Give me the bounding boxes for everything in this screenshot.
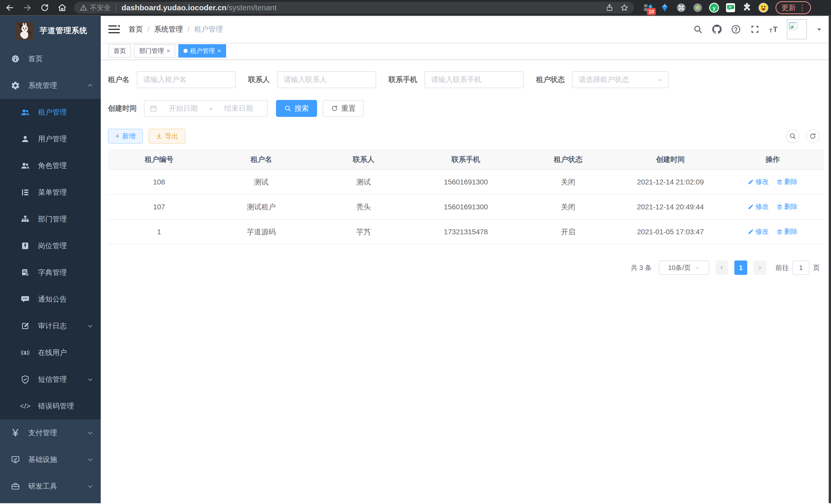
sidebar-item-menu[interactable]: 菜单管理 xyxy=(0,179,101,206)
page-1-button[interactable]: 1 xyxy=(735,261,747,275)
ext-command-icon[interactable] xyxy=(676,2,687,13)
chevron-up-icon xyxy=(87,82,93,89)
tab-home[interactable]: 首页 xyxy=(109,44,131,58)
gear-icon xyxy=(10,81,21,90)
export-button[interactable]: 导出 xyxy=(148,129,185,144)
fullscreen-icon[interactable] xyxy=(750,24,760,34)
header-search-icon[interactable] xyxy=(693,24,703,34)
edit-button[interactable]: 修改 xyxy=(748,177,769,186)
refresh-icon xyxy=(331,105,338,112)
hamburger-icon[interactable] xyxy=(109,24,120,34)
edit-icon xyxy=(748,204,754,210)
tags-view: 首页 部门管理 × 租户管理 × xyxy=(101,42,831,60)
ext-chat-icon[interactable] xyxy=(725,2,736,13)
help-icon[interactable] xyxy=(731,24,741,34)
edit-button[interactable]: 修改 xyxy=(748,202,769,211)
ext-yuque-icon[interactable]: y xyxy=(709,2,719,13)
tab-dept[interactable]: 部门管理 × xyxy=(134,44,175,58)
page-suffix: 页 xyxy=(813,263,820,272)
sidebar-item-infrastructure[interactable]: 基础设施 xyxy=(0,446,101,473)
filter-row-2: 创建时间 开始日期 - 结束日期 搜索 重置 xyxy=(108,100,824,117)
status-text: 关闭 xyxy=(517,170,619,195)
browser-home-icon[interactable] xyxy=(57,3,67,13)
ext-blocks-icon[interactable]: 10 xyxy=(643,2,654,13)
next-page-button[interactable] xyxy=(753,261,766,275)
table-row: 1 芋道源码 芋艿 17321315478 开启 2021-01-05 17:0… xyxy=(108,219,824,244)
create-time-label: 创建时间 xyxy=(108,103,137,113)
chevron-down-icon xyxy=(87,456,93,463)
tab-tenant[interactable]: 租户管理 × xyxy=(178,44,226,58)
close-icon[interactable]: × xyxy=(218,47,221,55)
col-actions: 操作 xyxy=(721,149,824,170)
profile-avatar-icon[interactable] xyxy=(758,2,769,13)
sidebar-item-system[interactable]: 系统管理 xyxy=(0,72,101,99)
sidebar-item-post[interactable]: 岗位管理 xyxy=(0,233,101,259)
security-chip[interactable]: 不安全 xyxy=(90,3,111,12)
reset-button[interactable]: 重置 xyxy=(323,100,364,117)
delete-button[interactable]: 删除 xyxy=(776,227,798,236)
toggle-search-button[interactable] xyxy=(786,129,800,143)
delete-button[interactable]: 删除 xyxy=(776,202,798,211)
sidebar-item-error-code[interactable]: </> 错误码管理 xyxy=(0,393,101,419)
app-logo[interactable]: 芋道管理系统 xyxy=(0,16,101,46)
prev-page-button[interactable] xyxy=(715,261,728,275)
col-phone: 联系手机 xyxy=(415,149,517,170)
delete-button[interactable]: 删除 xyxy=(776,177,798,186)
browser-reload-icon[interactable] xyxy=(39,3,50,13)
sidebar-item-dev-tools[interactable]: 研发工具 xyxy=(0,473,101,500)
browser-forward-icon[interactable] xyxy=(22,3,32,13)
breadcrumb-home[interactable]: 首页 xyxy=(128,24,143,34)
refresh-table-button[interactable] xyxy=(806,129,820,143)
url-bar[interactable]: 不安全 dashboard.yudao.iocoder.cn/system/te… xyxy=(74,2,634,13)
ext-record-dot-icon[interactable] xyxy=(692,2,703,13)
avatar-caret-icon[interactable] xyxy=(816,26,822,32)
tenant-name-input[interactable] xyxy=(137,71,236,88)
sidebar-item-audit-log[interactable]: 审计日志 xyxy=(0,313,101,339)
refresh-icon xyxy=(809,132,816,140)
font-size-icon[interactable]: TT xyxy=(769,25,778,33)
status-select[interactable]: 请选择租户状态 xyxy=(572,71,668,88)
bookmark-star-icon[interactable] xyxy=(620,4,629,12)
avatar[interactable] xyxy=(787,19,807,39)
kebab-menu-icon[interactable]: ⋮ xyxy=(798,3,806,12)
sidebar-item-tenant[interactable]: 租户管理 xyxy=(0,99,101,126)
calendar-icon xyxy=(149,105,158,112)
tenant-table: 租户编号 租户名 联系人 联系手机 租户状态 创建时间 操作 108 测试 测试 xyxy=(108,149,824,244)
breadcrumb-system[interactable]: 系统管理 xyxy=(154,24,183,34)
phone-input[interactable] xyxy=(425,71,524,88)
sidebar-item-user[interactable]: 用户管理 xyxy=(0,126,101,152)
date-range-picker[interactable]: 开始日期 - 结束日期 xyxy=(144,100,268,117)
sidebar-menu: 首页 系统管理 租户管理 xyxy=(0,46,101,500)
share-icon[interactable] xyxy=(605,4,613,12)
extensions-puzzle-icon[interactable] xyxy=(742,2,752,13)
sidebar-item-payment[interactable]: ¥ 支付管理 xyxy=(0,419,101,446)
goto-page-input[interactable] xyxy=(793,261,809,275)
github-icon[interactable] xyxy=(712,24,722,34)
sidebar: 芋道管理系统 首页 系统管理 xyxy=(0,16,101,503)
search-button[interactable]: 搜索 xyxy=(276,100,317,117)
page-size-select[interactable]: 10条/页 xyxy=(659,261,709,275)
sidebar-item-home[interactable]: 首页 xyxy=(0,46,101,72)
browser-back-icon[interactable] xyxy=(5,3,15,13)
sidebar-item-sms[interactable]: 短信管理 xyxy=(0,366,101,393)
sidebar-item-notice[interactable]: 通知公告 xyxy=(0,286,101,313)
window-edge xyxy=(829,16,831,503)
contact-input[interactable] xyxy=(277,71,376,88)
update-chrome-button[interactable]: 更新 ⋮ xyxy=(775,1,811,14)
broken-image-icon xyxy=(789,21,799,32)
close-icon[interactable]: × xyxy=(167,47,170,55)
sidebar-item-dept[interactable]: 部门管理 xyxy=(0,206,101,233)
sidebar-item-online-users[interactable]: 在线用户 xyxy=(0,339,101,366)
breadcrumb-tenant: 租户管理 xyxy=(194,24,223,34)
ext-gem-icon[interactable] xyxy=(659,2,670,13)
edit-button[interactable]: 修改 xyxy=(748,227,769,236)
table-row: 107 测试租户 秃头 15601691300 关闭 2021-12-14 20… xyxy=(108,195,824,219)
sidebar-item-dict[interactable]: 字典管理 xyxy=(0,259,101,286)
sidebar-item-role[interactable]: 角色管理 xyxy=(0,152,101,179)
col-tenant-id: 租户编号 xyxy=(108,149,210,170)
tenant-name-label: 租户名 xyxy=(108,75,130,85)
rabbit-logo-icon xyxy=(16,22,33,39)
page-content: 租户名 联系人 联系手机 租户状态 请选择租户状态 xyxy=(101,60,831,503)
add-button[interactable]: + 新增 xyxy=(108,129,143,144)
shield-check-icon xyxy=(20,375,31,384)
